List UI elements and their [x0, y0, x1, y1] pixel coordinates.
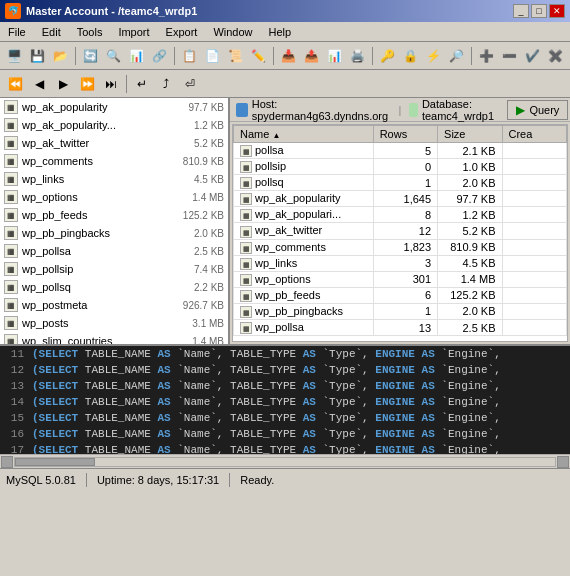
menu-file[interactable]: File: [5, 25, 29, 39]
sql-line-content: (SELECT TABLE_NAME AS `Name`, TABLE_TYPE…: [32, 394, 501, 410]
menu-import[interactable]: Import: [115, 25, 152, 39]
left-table-item[interactable]: ▦ wp_pollsip 7.4 KB: [0, 260, 228, 278]
sql-panel[interactable]: 11 (SELECT TABLE_NAME AS `Name`, TABLE_T…: [0, 344, 570, 454]
cell-rows: 13: [373, 320, 437, 336]
left-table-item[interactable]: ▦ wp_pb_feeds 125.2 KB: [0, 206, 228, 224]
tb-next[interactable]: ⏩: [76, 73, 98, 95]
tb-prev[interactable]: ◀: [28, 73, 50, 95]
table-row[interactable]: ▦wp_pb_feeds 6 125.2 KB: [234, 287, 567, 303]
toolbar-separator-2: [174, 47, 175, 65]
app-icon: 🐬: [5, 3, 21, 19]
menu-export[interactable]: Export: [163, 25, 201, 39]
left-panel-scroll[interactable]: ▦ wp_ak_popularity 97.7 KB ▦ wp_ak_popul…: [0, 98, 228, 344]
table-row[interactable]: ▦wp_links 3 4.5 KB: [234, 255, 567, 271]
tb-scroll[interactable]: 📜: [225, 45, 246, 67]
left-table-item[interactable]: ▦ wp_posts 3.1 MB: [0, 314, 228, 332]
left-table-item[interactable]: ▦ wp_comments 810.9 KB: [0, 152, 228, 170]
cell-name: ▦wp_ak_popularity: [234, 191, 374, 207]
tb-lock[interactable]: 🔒: [400, 45, 421, 67]
table-size: 2.0 KB: [194, 228, 224, 239]
tb-report[interactable]: 📊: [324, 45, 345, 67]
row-table-icon: ▦: [240, 258, 252, 270]
left-table-item[interactable]: ▦ wp_ak_popularity 97.7 KB: [0, 98, 228, 116]
close-button[interactable]: ✕: [549, 4, 565, 18]
left-table-item[interactable]: ▦ wp_slim_countries 1.4 MB: [0, 332, 228, 344]
tb-return[interactable]: ⏎: [179, 73, 201, 95]
tb-run[interactable]: ⚡: [423, 45, 444, 67]
sql-line-content: (SELECT TABLE_NAME AS `Name`, TABLE_TYPE…: [32, 346, 501, 362]
cell-name: ▦wp_options: [234, 271, 374, 287]
tb-open[interactable]: 📂: [50, 45, 71, 67]
tb-forward[interactable]: ⤴: [155, 73, 177, 95]
scroll-track-h[interactable]: [14, 457, 556, 467]
col-header-size[interactable]: Size: [438, 126, 502, 143]
tb-find[interactable]: 🔎: [446, 45, 467, 67]
table-size: 2.2 KB: [194, 282, 224, 293]
tb-remove[interactable]: ➖: [499, 45, 520, 67]
left-table-item[interactable]: ▦ wp_pb_pingbacks 2.0 KB: [0, 224, 228, 242]
left-table-item[interactable]: ▦ wp_ak_popularity... 1.2 KB: [0, 116, 228, 134]
table-row[interactable]: ▦pollsip 0 1.0 KB: [234, 159, 567, 175]
sql-line: 13 (SELECT TABLE_NAME AS `Name`, TABLE_T…: [0, 378, 570, 394]
cell-size: 125.2 KB: [438, 287, 502, 303]
sql-line-number: 15: [4, 410, 24, 426]
tb-export[interactable]: 📤: [301, 45, 322, 67]
sql-line: 15 (SELECT TABLE_NAME AS `Name`, TABLE_T…: [0, 410, 570, 426]
cell-create: [502, 320, 566, 336]
scroll-thumb-h[interactable]: [15, 458, 95, 466]
tb-search[interactable]: 🔍: [103, 45, 124, 67]
cell-rows: 8: [373, 207, 437, 223]
table-row[interactable]: ▦wp_pollsa 13 2.5 KB: [234, 320, 567, 336]
table-row[interactable]: ▦wp_options 301 1.4 MB: [234, 271, 567, 287]
tb-key[interactable]: 🔑: [377, 45, 398, 67]
table-row[interactable]: ▦pollsa 5 2.1 KB: [234, 143, 567, 159]
col-header-name[interactable]: Name ▲: [234, 126, 374, 143]
left-table-item[interactable]: ▦ wp_postmeta 926.7 KB: [0, 296, 228, 314]
minimize-button[interactable]: _: [513, 4, 529, 18]
table-row[interactable]: ▦wp_comments 1,823 810.9 KB: [234, 239, 567, 255]
menu-window[interactable]: Window: [210, 25, 255, 39]
window-title: Master Account - /teamc4_wrdp1: [26, 5, 197, 17]
tb-last[interactable]: ⏭: [100, 73, 122, 95]
table-row[interactable]: ▦wp_ak_popularity 1,645 97.7 KB: [234, 191, 567, 207]
maximize-button[interactable]: □: [531, 4, 547, 18]
tb-connect[interactable]: 🖥️: [4, 45, 25, 67]
right-table-container[interactable]: Name ▲ Rows Size Crea ▦pollsa 5 2.1 KB ▦…: [232, 124, 568, 342]
tb-print[interactable]: 🖨️: [347, 45, 368, 67]
menu-edit[interactable]: Edit: [39, 25, 64, 39]
tb-back[interactable]: ↵: [131, 73, 153, 95]
sql-line-number: 11: [4, 346, 24, 362]
left-table-item[interactable]: ▦ wp_links 4.5 KB: [0, 170, 228, 188]
tb-cross[interactable]: ✖️: [545, 45, 566, 67]
tb-save[interactable]: 💾: [27, 45, 48, 67]
menu-tools[interactable]: Tools: [74, 25, 106, 39]
tb-document[interactable]: 📄: [202, 45, 223, 67]
left-table-item[interactable]: ▦ wp_pollsa 2.5 KB: [0, 242, 228, 260]
tb-refresh[interactable]: 🔄: [80, 45, 101, 67]
table-row[interactable]: ▦wp_ak_populari... 8 1.2 KB: [234, 207, 567, 223]
tb-link[interactable]: 🔗: [149, 45, 170, 67]
scroll-right-btn[interactable]: [557, 456, 569, 468]
scroll-left-btn[interactable]: [1, 456, 13, 468]
menu-help[interactable]: Help: [266, 25, 295, 39]
tb-import[interactable]: 📥: [278, 45, 299, 67]
col-header-rows[interactable]: Rows: [373, 126, 437, 143]
tb-chart[interactable]: 📊: [126, 45, 147, 67]
tb-edit[interactable]: ✏️: [248, 45, 269, 67]
tb-play[interactable]: ▶: [52, 73, 74, 95]
table-row[interactable]: ▦wp_ak_twitter 12 5.2 KB: [234, 223, 567, 239]
horizontal-scrollbar[interactable]: [0, 454, 570, 468]
table-row[interactable]: ▦pollsq 1 2.0 KB: [234, 175, 567, 191]
tb-check[interactable]: ✔️: [522, 45, 543, 67]
left-table-item[interactable]: ▦ wp_pollsq 2.2 KB: [0, 278, 228, 296]
sql-text: TABLE_NAME: [85, 364, 158, 376]
query-button[interactable]: ▶ Query: [507, 100, 568, 120]
kw-as-1: AS: [157, 444, 170, 454]
tb-clipboard[interactable]: 📋: [179, 45, 200, 67]
left-table-item[interactable]: ▦ wp_options 1.4 MB: [0, 188, 228, 206]
tb-first[interactable]: ⏪: [4, 73, 26, 95]
table-row[interactable]: ▦wp_pb_pingbacks 1 2.0 KB: [234, 303, 567, 319]
col-header-create[interactable]: Crea: [502, 126, 566, 143]
tb-add[interactable]: ➕: [476, 45, 497, 67]
left-table-item[interactable]: ▦ wp_ak_twitter 5.2 KB: [0, 134, 228, 152]
